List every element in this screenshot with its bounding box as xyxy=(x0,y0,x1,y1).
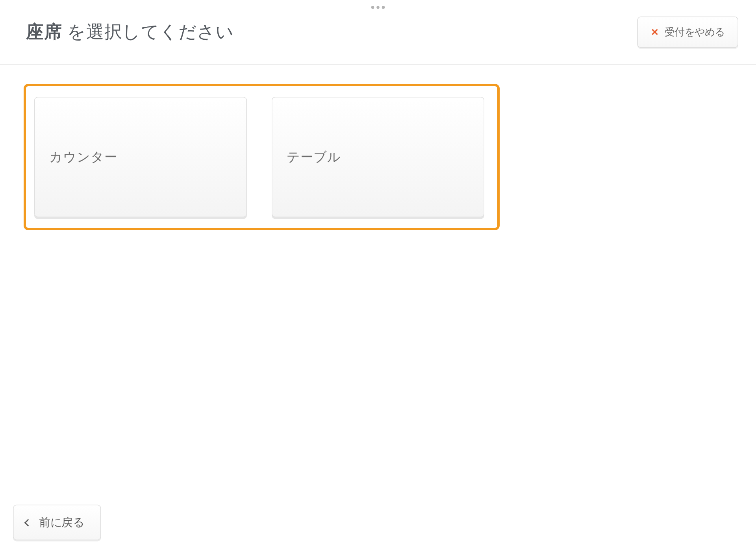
page-title: 座席 を選択してください xyxy=(26,20,234,44)
seat-option-label: テーブル xyxy=(287,150,341,165)
page-title-subject: 座席 xyxy=(26,22,62,42)
cancel-reception-button[interactable]: ✕ 受付をやめる xyxy=(637,17,739,48)
cancel-reception-label: 受付をやめる xyxy=(665,26,725,39)
header: 座席 を選択してください ✕ 受付をやめる xyxy=(0,0,756,65)
seat-option-label: カウンター xyxy=(49,150,118,165)
options-highlight-box: カウンター テーブル xyxy=(24,84,500,230)
seat-option-table[interactable]: テーブル xyxy=(272,97,484,217)
close-icon: ✕ xyxy=(651,28,659,37)
chevron-left-icon xyxy=(24,519,32,526)
content-area: カウンター テーブル xyxy=(0,65,756,249)
back-button-label: 前に戻る xyxy=(39,515,84,530)
footer: 前に戻る xyxy=(13,505,101,540)
page-title-rest: を選択してください xyxy=(62,22,234,42)
seat-option-counter[interactable]: カウンター xyxy=(34,97,247,217)
back-button[interactable]: 前に戻る xyxy=(13,505,101,540)
window-drag-dots xyxy=(371,6,385,9)
